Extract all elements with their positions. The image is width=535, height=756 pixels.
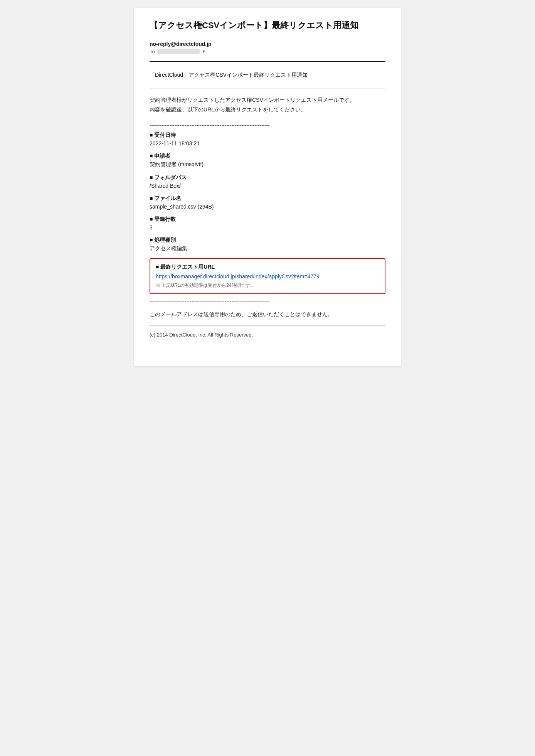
filename-block: ■ ファイル名 sample_shared.csv (294B) bbox=[150, 195, 385, 210]
filename-value: sample_shared.csv (294B) bbox=[150, 204, 385, 210]
sender-section: no-reply@directcloud.jp To ▼ bbox=[150, 41, 385, 54]
folder-block: ■ フォルダパス /Shared Box/ bbox=[150, 174, 385, 189]
footer-divider bbox=[150, 325, 385, 326]
intro-line1: 契約管理者様がリクエストしたアクセス権CSVインポートリクエスト用メールです。 bbox=[150, 97, 355, 103]
email-container: 【アクセス権CSVインポート】最終リクエスト用通知 no-reply@direc… bbox=[134, 8, 401, 366]
to-row: To ▼ bbox=[150, 49, 385, 54]
to-recipient bbox=[157, 49, 200, 54]
footer-note: このメールアドレスは送信専用のため、ご返信いただくことはできません。 bbox=[150, 310, 385, 319]
applicant-label: ■ 申請者 bbox=[150, 153, 385, 160]
to-label: To bbox=[150, 49, 155, 54]
copyright: (c) 2014 DirectCloud, Inc. All Rights Re… bbox=[150, 332, 385, 338]
separator-top: ----------------------------------------… bbox=[150, 122, 385, 128]
top-divider bbox=[150, 61, 385, 62]
intro-text: 契約管理者様がリクエストしたアクセス権CSVインポートリクエスト用メールです。 … bbox=[150, 95, 385, 114]
email-title: 【アクセス権CSVインポート】最終リクエスト用通知 bbox=[150, 20, 385, 32]
rows-block: ■ 登録行数 3 bbox=[150, 216, 385, 231]
process-label: ■ 処理種別 bbox=[150, 237, 385, 244]
rows-label: ■ 登録行数 bbox=[150, 216, 385, 223]
bottom-divider bbox=[150, 344, 385, 344]
filename-label: ■ ファイル名 bbox=[150, 195, 385, 202]
sender-email: no-reply@directcloud.jp bbox=[150, 41, 385, 47]
final-request-url[interactable]: https://boxmanager.directcloud.jp/shared… bbox=[156, 273, 320, 280]
url-highlight-box: ■ 最終リクエスト用URL https://boxmanager.directc… bbox=[150, 258, 385, 294]
subject-divider bbox=[150, 89, 385, 89]
process-value: アクセス権編集 bbox=[150, 245, 385, 252]
reception-date-label: ■ 受付日時 bbox=[150, 132, 385, 139]
reception-date-value: 2022-11-11 18:03:21 bbox=[150, 140, 385, 146]
email-body: 契約管理者様がリクエストしたアクセス権CSVインポートリクエスト用メールです。 … bbox=[150, 95, 385, 344]
separator-bottom: ----------------------------------------… bbox=[150, 298, 385, 304]
applicant-value: 契約管理者 (mmsqtvtf) bbox=[150, 161, 385, 168]
folder-value: /Shared Box/ bbox=[150, 183, 385, 189]
reception-date-block: ■ 受付日時 2022-11-11 18:03:21 bbox=[150, 132, 385, 146]
folder-label: ■ フォルダパス bbox=[150, 174, 385, 181]
rows-value: 3 bbox=[150, 224, 385, 231]
url-label: ■ 最終リクエスト用URL bbox=[156, 264, 379, 271]
chevron-down-icon[interactable]: ▼ bbox=[202, 49, 206, 54]
intro-line2: 内容を確認後、以下のURLから最終リクエストをしてください。 bbox=[150, 106, 306, 113]
url-note: ※ 上記URLの有効期限は受付から24時間です。 bbox=[156, 282, 379, 289]
applicant-block: ■ 申請者 契約管理者 (mmsqtvtf) bbox=[150, 153, 385, 168]
process-block: ■ 処理種別 アクセス権編集 bbox=[150, 237, 385, 252]
email-subject: 「DirectCloud」アクセス権CSVインポート最終リクエスト用通知 bbox=[150, 68, 385, 83]
